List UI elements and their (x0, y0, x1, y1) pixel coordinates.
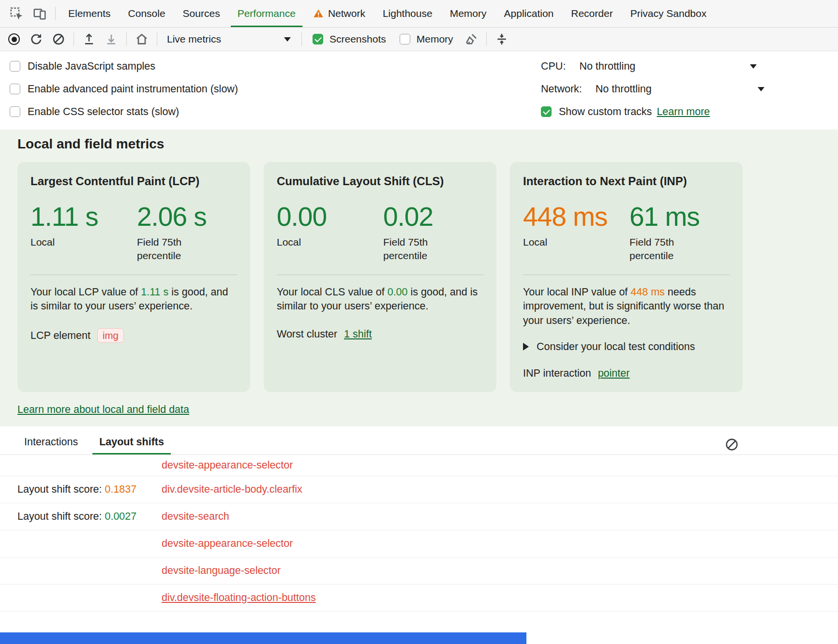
collapse-tracks-icon[interactable] (492, 30, 512, 48)
tab-network[interactable]: Network (304, 0, 374, 27)
inp-field-value: 61 ms (629, 201, 700, 232)
tab-label: Privacy Sandbox (630, 8, 707, 19)
divider (74, 32, 74, 46)
record-button[interactable] (4, 30, 24, 48)
screenshots-checkbox[interactable] (313, 34, 323, 44)
lcp-field-value: 2.06 s (137, 201, 207, 232)
divider (157, 32, 157, 46)
performance-toolbar: Live metrics Screenshots Memory (0, 28, 838, 51)
divider (301, 32, 302, 46)
screenshots-checkbox-row[interactable]: Screenshots (307, 33, 392, 45)
log-tab-interactions[interactable]: Interactions (24, 436, 78, 454)
clear-log-icon[interactable] (725, 438, 739, 452)
cpu-throttling-select[interactable]: CPU: No throttling (541, 57, 757, 76)
cls-values: 0.00 Local 0.02 Field 75th percentile (277, 201, 483, 263)
memory-checkbox[interactable] (400, 34, 410, 44)
tab-lighthouse[interactable]: Lighthouse (374, 0, 441, 27)
gc-brush-icon[interactable] (461, 30, 481, 48)
shift-node-link[interactable]: div.devsite-article-body.clearfix (162, 483, 302, 496)
cpu-throttling-value: No throttling (579, 60, 635, 73)
live-metrics-panel: Local and field metrics Largest Contentf… (0, 130, 838, 426)
css-selector-stats-checkbox[interactable] (10, 106, 20, 117)
memory-checkbox-row[interactable]: Memory (394, 33, 459, 45)
tab-label: Lighthouse (383, 8, 433, 19)
show-custom-tracks-checkbox[interactable] (541, 106, 552, 117)
worst-cluster-link[interactable]: 1 shift (344, 328, 372, 340)
chevron-down-icon (758, 87, 764, 91)
download-profile-icon[interactable] (101, 30, 121, 48)
setting-label: Enable advanced paint instrumentation (s… (28, 83, 238, 95)
shift-node-link[interactable]: devsite-search (162, 511, 229, 523)
lcp-card-title: Largest Contentful Paint (LCP) (30, 175, 237, 188)
cls-field-column: 0.02 Field 75th percentile (383, 201, 446, 263)
cls-description: Your local CLS value of 0.00 is good, an… (277, 285, 483, 314)
disable-js-samples-setting[interactable]: Disable JavaScript samples (10, 57, 238, 76)
reload-and-record-button[interactable] (26, 30, 46, 48)
tab-performance[interactable]: Performance (229, 0, 304, 27)
inp-field-column: 61 ms Field 75th percentile (629, 201, 700, 263)
home-live-metrics-icon[interactable] (132, 30, 152, 48)
network-throttling-select[interactable]: Network: No throttling (541, 79, 757, 99)
tab-label: Recorder (571, 8, 613, 19)
worst-cluster-label: Worst cluster (277, 328, 337, 340)
network-label: Network: (541, 83, 582, 95)
inp-field-label: Field 75th percentile (629, 235, 692, 263)
divider (277, 275, 483, 275)
lcp-field-label: Field 75th percentile (137, 235, 200, 263)
inp-test-conditions-disclosure[interactable]: Consider your local test conditions (523, 341, 730, 353)
tab-privacy-sandbox[interactable]: Privacy Sandbox (622, 0, 716, 27)
devtools-tabbar: Elements Console Sources Performance Net… (0, 0, 838, 28)
shift-node-link[interactable]: devsite-appearance-selector (162, 538, 293, 550)
divider (30, 275, 237, 275)
tab-label: Application (504, 8, 554, 19)
log-tabbar: Interactions Layout shifts (0, 426, 838, 455)
disclosure-label: Consider your local test conditions (537, 341, 695, 353)
shift-node-link[interactable]: devsite-language-selector (162, 565, 281, 577)
clear-button[interactable] (48, 30, 69, 48)
network-throttling-value: No throttling (596, 83, 652, 95)
advanced-paint-setting[interactable]: Enable advanced paint instrumentation (s… (10, 79, 238, 99)
custom-tracks-learn-more-link[interactable]: Learn more (657, 106, 710, 118)
local-field-learn-more-link[interactable]: Learn more about local and field data (17, 404, 189, 415)
divider (126, 32, 127, 46)
lcp-values: 1.11 s Local 2.06 s Field 75th percentil… (30, 201, 237, 263)
cls-local-column: 0.00 Local (277, 201, 383, 263)
tab-label: Elements (68, 8, 111, 19)
divider (523, 275, 730, 275)
tab-console[interactable]: Console (120, 0, 174, 27)
shift-node-link[interactable]: div.devsite-floating-action-buttons (162, 592, 316, 604)
screenshots-label: Screenshots (329, 33, 386, 45)
tab-memory[interactable]: Memory (441, 0, 495, 27)
chevron-right-icon (523, 343, 529, 351)
capture-settings-right: CPU: No throttling Network: No throttlin… (541, 57, 757, 125)
cls-card: Cumulative Layout Shift (CLS) 0.00 Local… (264, 162, 496, 392)
inspect-element-icon[interactable] (5, 0, 28, 27)
advanced-paint-checkbox[interactable] (10, 84, 20, 94)
inp-description: Your local INP value of 448 ms needs imp… (523, 285, 730, 328)
inp-card-title: Interaction to Next Paint (INP) (523, 175, 730, 188)
lcp-element-node-link[interactable]: img (97, 328, 124, 343)
history-select[interactable]: Live metrics (162, 30, 297, 48)
device-toolbar-icon[interactable] (28, 0, 51, 27)
css-selector-stats-setting[interactable]: Enable CSS selector stats (slow) (10, 102, 238, 121)
shift-score: 0.0027 (105, 511, 136, 522)
selected-row-highlight[interactable] (0, 632, 526, 644)
lcp-local-value: 1.11 s (30, 201, 137, 232)
score-cell: Layout shift score: 0.0027 (17, 511, 162, 523)
log-tab-label: Interactions (24, 436, 78, 448)
layout-shift-row: Layout shift score: 0.0027 devsite-searc… (0, 503, 838, 530)
cls-field-label: Field 75th percentile (383, 235, 446, 263)
tab-sources[interactable]: Sources (174, 0, 229, 27)
tab-application[interactable]: Application (495, 0, 563, 27)
tab-elements[interactable]: Elements (60, 0, 120, 27)
tab-label: Network (328, 8, 365, 19)
disable-js-samples-checkbox[interactable] (10, 61, 20, 72)
inp-card: Interaction to Next Paint (INP) 448 ms L… (510, 162, 743, 392)
shift-node-link[interactable]: devsite-appearance-selector (162, 459, 293, 471)
upload-profile-icon[interactable] (79, 30, 99, 48)
lcp-local-column: 1.11 s Local (30, 201, 137, 263)
inp-interaction-link[interactable]: pointer (598, 367, 630, 380)
log-tab-layout-shifts[interactable]: Layout shifts (99, 436, 164, 454)
tab-recorder[interactable]: Recorder (562, 0, 621, 27)
cls-local-value: 0.00 (277, 201, 383, 232)
